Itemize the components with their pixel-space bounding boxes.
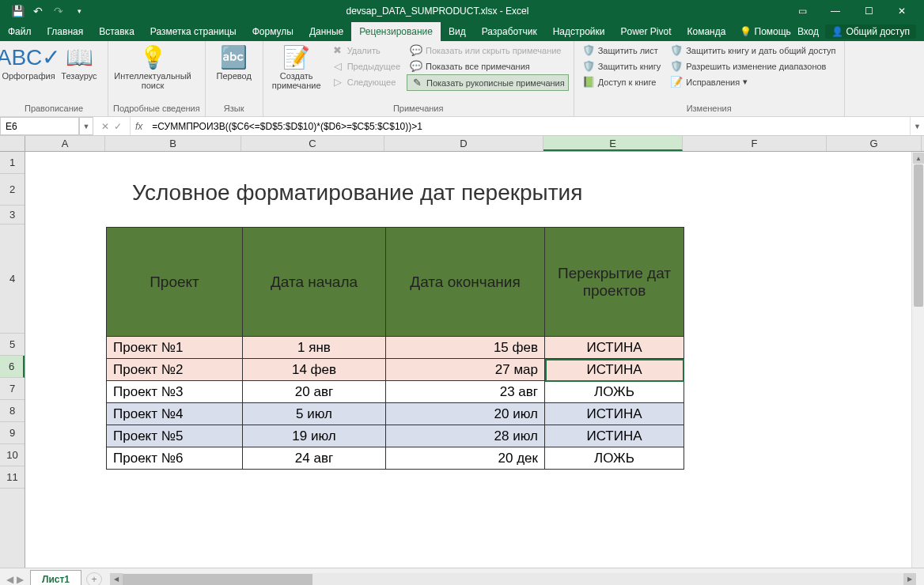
new-comment-button[interactable]: 📝 Создать примечание — [268, 43, 325, 92]
minimize-button[interactable]: — — [820, 2, 851, 21]
tab-team[interactable]: Команда — [680, 22, 734, 41]
row-header[interactable]: 10 — [0, 444, 25, 466]
tab-data[interactable]: Данные — [301, 22, 351, 41]
sheet-nav-next-icon[interactable]: ▶ — [17, 574, 24, 585]
protect-share-button[interactable]: 🛡️Защитить книгу и дать общий доступ — [667, 43, 839, 58]
share-icon: 👤 — [831, 26, 843, 37]
spelling-button[interactable]: ABC✓ Орфография — [5, 43, 52, 82]
smart-lookup-button[interactable]: 💡 Интеллектуальный поиск — [113, 43, 192, 92]
maximize-button[interactable]: ☐ — [853, 2, 884, 21]
row-header[interactable]: 2 — [0, 174, 25, 206]
translate-icon: 🔤 — [220, 44, 248, 70]
allow-ranges-button[interactable]: 🛡️Разрешить изменение диапазонов — [667, 58, 839, 74]
next-comment-button[interactable]: ▷Следующее — [328, 74, 403, 89]
spreadsheet-grid: A B C D E F G 1 2 3 4 5 6 7 8 9 10 11 Ус… — [0, 136, 924, 568]
tab-developer[interactable]: Разработчик — [474, 22, 545, 41]
col-header[interactable]: G — [827, 136, 922, 151]
formula-bar-expand[interactable]: ▼ — [910, 117, 924, 135]
group-comments-label: Примечания — [268, 102, 569, 115]
tab-review[interactable]: Рецензирование — [351, 22, 441, 41]
fx-icon[interactable]: fx — [131, 117, 147, 135]
ribbon-tabs: Файл Главная Вставка Разметка страницы Ф… — [0, 22, 924, 41]
vertical-scrollbar[interactable]: ▲ — [911, 152, 924, 568]
track-changes-button[interactable]: 📝Исправления ▾ — [667, 74, 839, 89]
ribbon-options-icon[interactable]: ▭ — [786, 2, 818, 21]
row-header[interactable]: 5 — [0, 334, 25, 356]
th-start: Дата начала — [243, 228, 386, 337]
share-button[interactable]: 👤 Общий доступ — [825, 25, 916, 39]
sign-in[interactable]: Вход — [797, 26, 819, 37]
show-hide-comment-button[interactable]: 💬Показать или скрыть примечание — [407, 43, 569, 58]
show-ink-button[interactable]: ✎Показать рукописные примечания — [407, 74, 569, 91]
tab-powerpivot[interactable]: Power Pivot — [612, 22, 679, 41]
translate-button[interactable]: 🔤 Перевод — [210, 43, 258, 82]
col-header[interactable]: C — [241, 136, 384, 151]
scroll-thumb[interactable] — [914, 164, 923, 307]
protect-workbook-button[interactable]: 🛡️Защитить книгу — [579, 58, 665, 74]
thesaurus-button[interactable]: 📖 Тезаурус — [55, 43, 103, 82]
undo-button[interactable]: ↶ — [28, 2, 47, 21]
tab-addins[interactable]: Надстройки — [545, 22, 613, 41]
tab-file[interactable]: Файл — [0, 22, 40, 41]
tab-insert[interactable]: Вставка — [91, 22, 142, 41]
ranges-icon: 🛡️ — [670, 60, 683, 72]
scroll-left-icon[interactable]: ◀ — [110, 573, 123, 586]
group-proofing-label: Правописание — [5, 102, 103, 115]
scroll-up-icon[interactable]: ▲ — [913, 153, 924, 164]
col-header[interactable]: E — [543, 136, 683, 151]
row-header[interactable]: 9 — [0, 422, 25, 444]
row-header[interactable]: 11 — [0, 466, 25, 489]
spelling-icon: ABC✓ — [0, 44, 60, 70]
table-row: Проект №624 авг20 декЛОЖЬ — [107, 447, 684, 470]
next-icon: ▷ — [331, 76, 344, 88]
add-sheet-button[interactable]: + — [86, 572, 102, 586]
row-header[interactable]: 6 — [0, 356, 25, 378]
formula-input[interactable]: =СУММПРОИЗВ(($C6<=$D$5:$D$10)*($D6>=$C$5… — [147, 117, 910, 135]
name-box-dropdown[interactable]: ▼ — [79, 117, 93, 135]
col-header[interactable]: A — [25, 136, 105, 151]
sheet-nav-prev-icon[interactable]: ◀ — [6, 574, 13, 585]
table-row: Проект №11 янв15 февИСТИНА — [107, 337, 684, 359]
show-all-comments-button[interactable]: 💬Показать все примечания — [407, 58, 569, 74]
cells-canvas[interactable]: Условное форматирование дат перекрытия П… — [25, 152, 924, 568]
th-end: Дата окончания — [386, 228, 545, 337]
row-header[interactable]: 4 — [0, 225, 25, 334]
scroll-right-icon[interactable]: ▶ — [903, 573, 916, 586]
col-header[interactable]: F — [683, 136, 827, 151]
close-button[interactable]: ✕ — [886, 2, 918, 21]
row-header[interactable]: 7 — [0, 378, 25, 400]
row-header[interactable]: 8 — [0, 400, 25, 422]
horizontal-scrollbar[interactable]: ◀ ▶ — [110, 573, 916, 586]
book-lock-icon: 🛡️ — [582, 60, 595, 72]
cancel-formula-icon[interactable]: ✕ — [101, 121, 109, 132]
delete-comment-button[interactable]: ✖Удалить — [328, 43, 403, 58]
accept-formula-icon[interactable]: ✓ — [114, 121, 122, 132]
sheet-tabs-bar: ◀ ▶ Лист1 + ◀ ▶ — [0, 568, 924, 585]
prev-icon: ◁ — [331, 60, 344, 72]
name-box[interactable]: E6 — [0, 117, 79, 135]
col-header[interactable]: D — [384, 136, 543, 151]
row-header[interactable]: 3 — [0, 206, 25, 225]
redo-button[interactable]: ↷ — [49, 2, 68, 21]
col-header[interactable]: B — [105, 136, 241, 151]
share-book-icon: 📗 — [582, 76, 595, 88]
select-all-cell[interactable] — [0, 136, 25, 151]
sheet-tab-active[interactable]: Лист1 — [30, 570, 81, 585]
hscroll-thumb[interactable] — [123, 574, 312, 585]
tab-home[interactable]: Главная — [40, 22, 92, 41]
prev-comment-button[interactable]: ◁Предыдущее — [328, 58, 403, 74]
window-title: devsap_DATA_SUMPRODUCT.xlsx - Excel — [89, 6, 786, 17]
th-overlap: Перекрытие дат проектов — [545, 228, 684, 337]
tell-me[interactable]: 💡 Помощь — [740, 26, 791, 37]
tab-pagelayout[interactable]: Разметка страницы — [142, 22, 244, 41]
share-workbook-button[interactable]: 📗Доступ к книге — [579, 74, 665, 89]
protect-sheet-button[interactable]: 🛡️Защитить лист — [579, 43, 665, 58]
tab-view[interactable]: Вид — [441, 22, 474, 41]
row-header[interactable]: 1 — [0, 152, 25, 174]
save-button[interactable]: 💾 — [8, 2, 27, 21]
new-comment-icon: 📝 — [282, 44, 310, 70]
tab-formulas[interactable]: Формулы — [244, 22, 301, 41]
qat-customize[interactable]: ▾ — [70, 2, 89, 21]
thesaurus-icon: 📖 — [66, 44, 93, 70]
show-hide-icon: 💬 — [410, 44, 422, 56]
